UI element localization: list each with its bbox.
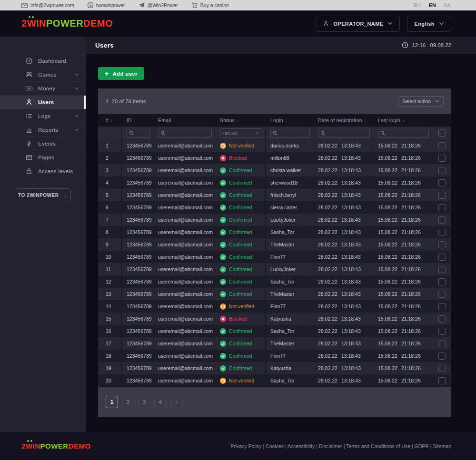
row-checkbox[interactable] bbox=[438, 192, 446, 199]
column-header-num[interactable]: #↓ bbox=[98, 114, 122, 127]
operator-dropdown[interactable]: OPERATOR_NAME bbox=[316, 16, 400, 32]
column-header-email[interactable]: Email↓ bbox=[153, 114, 215, 127]
column-header-login[interactable]: Login↓ bbox=[266, 114, 313, 127]
row-checkbox[interactable] bbox=[438, 142, 446, 149]
page-button[interactable]: 1 bbox=[106, 396, 118, 408]
status-cell: Confirmed bbox=[215, 263, 266, 275]
row-checkbox[interactable] bbox=[438, 365, 446, 372]
select-action-dropdown[interactable]: Select action bbox=[398, 96, 444, 107]
column-header-status[interactable]: Status↓ bbox=[215, 114, 266, 127]
row-checkbox[interactable] bbox=[438, 179, 446, 186]
sidebar-item-access-levels[interactable]: Access levels bbox=[0, 164, 86, 178]
checkbox-cell bbox=[432, 189, 451, 201]
sidebar-item-events[interactable]: Events bbox=[0, 137, 86, 150]
page-button[interactable]: 4 bbox=[154, 396, 167, 408]
sidebar-item-dashboard[interactable]: Dashboard bbox=[0, 54, 86, 68]
row-checkbox[interactable] bbox=[438, 241, 446, 248]
status-cell: Confirmed bbox=[215, 337, 266, 350]
footer-link[interactable]: Cookies bbox=[266, 443, 288, 449]
language-option[interactable]: EN bbox=[429, 2, 436, 8]
language-option[interactable]: UA bbox=[444, 2, 451, 8]
column-header-registration[interactable]: Date of registration↓ bbox=[313, 114, 373, 127]
row-checkbox[interactable] bbox=[438, 155, 446, 162]
email-cell: useremail@abcmail.com bbox=[153, 275, 215, 288]
row-checkbox[interactable] bbox=[438, 229, 446, 236]
registration-cell: 28.02.2213:18:43 bbox=[313, 164, 373, 176]
row-checkbox[interactable] bbox=[438, 254, 446, 261]
language-option[interactable]: RU bbox=[414, 2, 421, 8]
status-cell: Blocked bbox=[215, 152, 266, 164]
row-checkbox[interactable] bbox=[438, 216, 446, 224]
row-checkbox[interactable] bbox=[438, 315, 446, 323]
row-checkbox[interactable] bbox=[438, 352, 446, 360]
row-checkbox[interactable] bbox=[438, 303, 446, 310]
status-icon bbox=[220, 303, 226, 310]
row-checkbox[interactable] bbox=[438, 291, 446, 298]
row-checkbox[interactable] bbox=[438, 278, 446, 285]
login-cell: Sasha_Tor bbox=[266, 374, 313, 387]
footer-link[interactable]: Disclaimer bbox=[319, 443, 346, 449]
table-row: 11 123456789 useremail@abcmail.com Confi… bbox=[98, 263, 451, 275]
registration-filter-input[interactable] bbox=[318, 129, 370, 138]
column-header-last-login[interactable]: Last login↓ bbox=[373, 114, 432, 127]
sidebar-item-reports[interactable]: Reports bbox=[0, 123, 86, 137]
plus-icon: + bbox=[105, 70, 109, 77]
id-cell: 123456789 bbox=[122, 139, 153, 152]
last-login-cell: 15.08.2221:18:26 bbox=[373, 251, 432, 263]
id-cell: 123456789 bbox=[122, 300, 153, 313]
registration-cell: 28.02.2213:18:43 bbox=[313, 139, 373, 152]
footer-logo[interactable]: 2WINPOWERDEMO bbox=[21, 442, 91, 450]
footer-link[interactable]: Sitemap bbox=[433, 443, 451, 449]
row-checkbox[interactable] bbox=[438, 266, 446, 273]
login-cell: TheMaster bbox=[266, 288, 313, 300]
add-user-button[interactable]: + Add user bbox=[98, 67, 144, 80]
table-row: 3 123456789 useremail@abcmail.com Confir… bbox=[98, 164, 451, 176]
footer-link[interactable]: Terms and Conditions of Use bbox=[346, 443, 414, 449]
login-cell: Katyusha bbox=[266, 362, 313, 374]
login-cell: Sasha_Tor bbox=[266, 275, 313, 288]
row-checkbox[interactable] bbox=[438, 340, 446, 347]
sidebar-item-money[interactable]: Money bbox=[0, 81, 86, 95]
next-page-button[interactable]: › bbox=[170, 396, 183, 408]
buy-casino-link[interactable]: Buy a casino bbox=[191, 2, 229, 8]
select-all-checkbox[interactable] bbox=[438, 129, 446, 137]
page-button[interactable]: 3 bbox=[138, 396, 150, 408]
logo-part: W bbox=[27, 18, 36, 29]
row-checkbox[interactable] bbox=[438, 377, 446, 384]
footer-link[interactable]: Privacy Policy bbox=[230, 443, 266, 449]
checkbox-cell bbox=[432, 300, 451, 313]
login-cell: Finn77 bbox=[266, 300, 313, 313]
sidebar-item-games[interactable]: Games bbox=[0, 68, 86, 81]
chevron-down-icon bbox=[439, 22, 444, 25]
last-login-filter-input[interactable] bbox=[378, 129, 429, 138]
footer-link[interactable]: GDPR bbox=[415, 443, 433, 449]
telegram-contact-link[interactable]: @Win2Power bbox=[139, 2, 178, 8]
row-checkbox[interactable] bbox=[438, 167, 446, 174]
sidebar-item-pages[interactable]: Pages bbox=[0, 150, 86, 164]
page-button[interactable]: 2 bbox=[122, 396, 134, 408]
to-2winpower-button[interactable]: TO 2WINPOWER → bbox=[15, 188, 71, 202]
row-checkbox[interactable] bbox=[438, 328, 446, 335]
skype-contact-link[interactable]: twowinpower bbox=[88, 2, 125, 8]
status-cell: Confirmed bbox=[215, 176, 266, 189]
sidebar-item-users[interactable]: Users bbox=[0, 95, 86, 109]
sidebar-item-label: Pages bbox=[38, 155, 54, 160]
status-cell: Not verified bbox=[215, 139, 266, 152]
column-header-id[interactable]: ID↓ bbox=[122, 114, 153, 127]
status-filter-select[interactable]: not set bbox=[220, 128, 262, 137]
registration-cell: 28.02.2213:18:43 bbox=[313, 275, 373, 288]
status-label: Confirmed bbox=[229, 205, 252, 210]
status-icon bbox=[220, 242, 226, 248]
email-contact-link[interactable]: info@2wpower.com bbox=[21, 2, 74, 8]
row-checkbox[interactable] bbox=[438, 204, 446, 211]
footer-link[interactable]: Accessibility bbox=[288, 443, 319, 449]
sidebar-item-logs[interactable]: Logs bbox=[0, 109, 86, 123]
email-cell: useremail@abcmail.com bbox=[153, 201, 215, 214]
email-filter-input[interactable] bbox=[158, 129, 212, 138]
app-logo[interactable]: 2WINPOWERDEMO bbox=[21, 18, 113, 29]
last-login-cell: 15.08.2221:18:26 bbox=[373, 214, 432, 226]
table-row: 5 123456789 useremail@abcmail.com Confir… bbox=[98, 189, 451, 201]
interface-language-dropdown[interactable]: English bbox=[407, 16, 451, 32]
id-cell: 123456789 bbox=[122, 176, 153, 189]
status-icon bbox=[220, 328, 226, 334]
